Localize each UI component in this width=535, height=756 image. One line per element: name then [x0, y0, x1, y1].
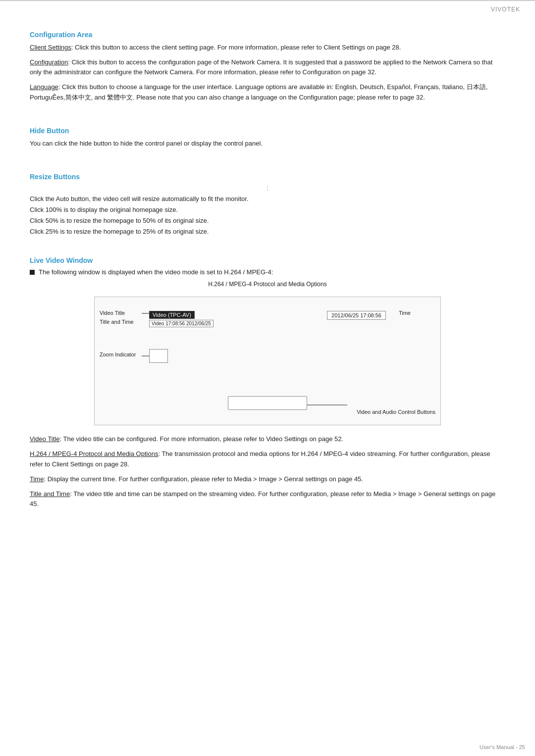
resize-lines: Click the Auto button, the video cell wi… — [30, 194, 505, 237]
bullet-line: The following window is displayed when t… — [30, 268, 505, 276]
video-title-diagram-label: Video Title — [100, 310, 125, 316]
section-title-configuration-area: Configuration Area — [30, 31, 505, 39]
configuration-label: Configuration — [30, 58, 68, 66]
title-time-box: Video 17:08:56 2012/06/25 — [149, 320, 214, 327]
title-time-desc-label: Title and Time — [30, 490, 70, 498]
h264-desc-label: H.264 / MPEG-4 Protocol and Media Option… — [30, 450, 158, 457]
bullet-text: The following window is displayed when t… — [39, 268, 273, 276]
title-and-time-diagram-label: Title and Time — [100, 319, 134, 325]
resize-line-1: Click the Auto button, the video cell wi… — [30, 194, 505, 204]
h264-desc-para: H.264 / MPEG-4 Protocol and Media Option… — [30, 449, 505, 469]
language-text: : Click this button to choose a language… — [30, 83, 487, 101]
control-buttons-box — [228, 396, 307, 410]
language-para: Language: Click this button to choose a … — [30, 82, 505, 102]
diagram-wrapper: H.264 / MPEG-4 Protocol and Media Option… — [30, 281, 505, 425]
video-title-box: Video (TPC-AV) — [149, 311, 195, 319]
client-settings-text: : Click this button to access the client… — [71, 44, 401, 51]
time-desc-label: Time — [30, 475, 44, 483]
diagram-title: H.264 / MPEG-4 Protocol and Media Option… — [30, 281, 505, 288]
top-border — [0, 0, 535, 1]
bullet-square-icon — [30, 270, 35, 275]
zoom-indicator-box — [149, 349, 168, 363]
page-container: Configuration Area Client Settings: Clic… — [0, 16, 535, 544]
title-time-desc-text: : The video title and time can be stampe… — [30, 490, 495, 507]
client-settings-para: Client Settings: Click this button to ac… — [30, 43, 505, 52]
configuration-text: : Click this button to access the config… — [30, 58, 492, 76]
time-display-box: 2012/06/25 17:08:56 — [327, 311, 386, 320]
time-desc-text: : Display the current time. For further … — [44, 475, 363, 483]
resize-line-4: Click 25% is to resize the homepage to 2… — [30, 226, 505, 237]
video-title-desc-text: : The video title can be configured. For… — [59, 435, 343, 443]
hide-button-text: You can click the hide button to hide th… — [30, 139, 505, 149]
brand-label: VIVOTEK — [491, 6, 520, 13]
control-buttons-diagram-label: Video and Audio Control Buttons — [357, 409, 435, 415]
zoom-indicator-diagram-label: Zoom Indicator — [100, 352, 136, 357]
configuration-para: Configuration: Click this button to acce… — [30, 57, 505, 77]
resize-note: : — [30, 185, 505, 192]
resize-line-2: Click 100% is to display the original ho… — [30, 204, 505, 215]
video-title-desc-para: Video Title: The video title can be conf… — [30, 434, 505, 444]
section-title-live-video: Live Video Window — [30, 256, 505, 264]
page-footer: User's Manual - 25 — [480, 744, 525, 750]
time-diagram-label: Time — [399, 310, 411, 316]
language-label: Language — [30, 83, 58, 91]
section-title-hide-button: Hide Button — [30, 127, 505, 135]
resize-line-3: Click 50% is to resize the homepage to 5… — [30, 215, 505, 226]
video-title-desc-label: Video Title — [30, 435, 59, 443]
section-title-resize-buttons: Resize Buttons — [30, 173, 505, 181]
client-settings-label: Client Settings — [30, 44, 71, 51]
title-time-desc-para: Title and Time: The video title and time… — [30, 489, 505, 509]
time-desc-para: Time: Display the current time. For furt… — [30, 474, 505, 484]
diagram-container: Video (TPC-AV) Video 17:08:56 2012/06/25… — [94, 297, 441, 425]
